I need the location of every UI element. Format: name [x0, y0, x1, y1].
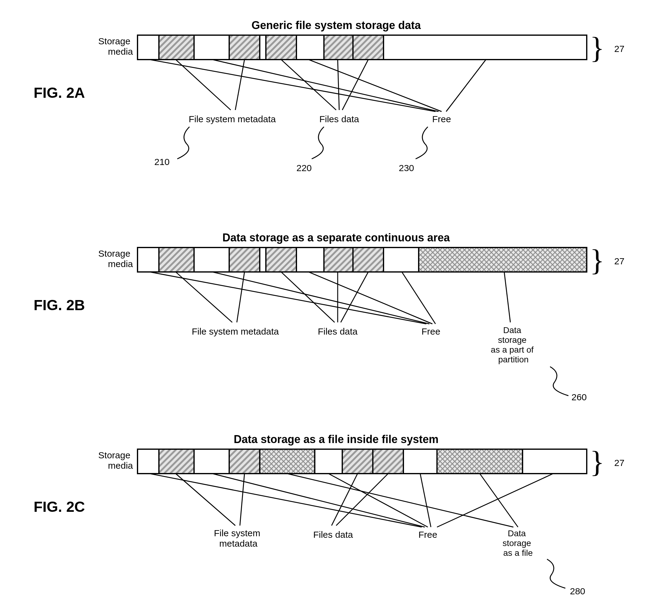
- fig-a-figlabel: FIG. 2A: [34, 85, 85, 101]
- svg-line-48: [329, 474, 428, 527]
- svg-rect-7: [324, 35, 353, 60]
- svg-line-47: [212, 474, 425, 527]
- fig-b-storage-label: Data storage as a part of partition: [491, 325, 536, 364]
- svg-line-42: [176, 474, 235, 526]
- fig-a-files-label: Files data: [319, 114, 359, 124]
- fig-a-squiggle-230: [416, 127, 428, 159]
- fig-c-squiggle-280: [547, 559, 565, 588]
- fig-b-ref-27: 27: [614, 256, 624, 266]
- svg-rect-6: [266, 35, 296, 60]
- fig-a-brace: }: [590, 31, 604, 65]
- svg-rect-21: [266, 247, 296, 272]
- fig-a-free-label: Free: [432, 114, 451, 124]
- svg-rect-23: [353, 247, 384, 272]
- svg-rect-4: [159, 35, 194, 60]
- svg-line-12: [338, 60, 339, 110]
- fig-a-ref-27: 27: [614, 44, 624, 54]
- fig-c-ref-280: 280: [570, 586, 585, 596]
- svg-line-49: [420, 474, 431, 527]
- svg-line-17: [446, 60, 486, 112]
- svg-line-46: [150, 474, 422, 527]
- fig-b-files-label: Files data: [318, 326, 358, 336]
- svg-rect-36: [159, 449, 194, 474]
- fig-a-squiggle-220: [312, 127, 324, 159]
- fig-a-ref-220: 220: [296, 163, 312, 173]
- fig-c-storage-media-label: Storage media: [98, 450, 133, 471]
- svg-line-52: [480, 474, 518, 527]
- svg-rect-8: [353, 35, 384, 60]
- fig-a-metadata-label: File system metadata: [189, 114, 276, 124]
- svg-line-30: [150, 272, 426, 324]
- fig-2c: Data storage as a file inside file syste…: [34, 433, 624, 596]
- svg-line-33: [402, 272, 435, 324]
- svg-rect-37: [229, 449, 260, 474]
- svg-line-16: [309, 60, 442, 112]
- svg-line-32: [309, 272, 432, 324]
- svg-line-25: [176, 272, 232, 322]
- fig-b-free-label: Free: [421, 326, 440, 336]
- svg-line-10: [235, 60, 244, 110]
- fig-c-brace: }: [590, 445, 604, 479]
- svg-rect-20: [229, 247, 260, 272]
- svg-line-29: [341, 272, 368, 322]
- fig-b-figlabel: FIG. 2B: [34, 297, 85, 313]
- fig-b-storage-bar: [138, 247, 587, 272]
- fig-b-brace: }: [590, 243, 604, 277]
- svg-line-34: [504, 272, 510, 322]
- fig-b-metadata-label: File system metadata: [192, 326, 279, 336]
- svg-rect-39: [342, 449, 373, 474]
- svg-line-14: [150, 60, 435, 112]
- svg-line-9: [176, 60, 231, 110]
- fig-2b: Data storage as a separate continuous ar…: [34, 231, 624, 402]
- fig-c-figlabel: FIG. 2C: [34, 499, 85, 515]
- fig-b-title: Data storage as a separate continuous ar…: [222, 231, 450, 244]
- svg-rect-22: [324, 247, 353, 272]
- svg-rect-40: [373, 449, 403, 474]
- fig-c-storage-bar: [138, 449, 587, 474]
- fig-a-ref-230: 230: [399, 163, 414, 173]
- fig-a-ref-210: 210: [154, 157, 170, 167]
- svg-rect-19: [159, 247, 194, 272]
- fig-b-storage-media-label: Storage media: [98, 248, 133, 269]
- fig-c-ref-27: 27: [614, 458, 624, 468]
- fig-c-metadata-label: File system metadata: [214, 528, 263, 548]
- svg-rect-38: [260, 449, 315, 474]
- fig-a-title: Generic file system storage data: [252, 19, 421, 31]
- svg-line-15: [212, 60, 439, 112]
- fig-a-storage-bar: [138, 35, 587, 60]
- svg-line-13: [342, 60, 368, 110]
- fig-c-title: Data storage as a file inside file syste…: [234, 433, 439, 445]
- fig-2a: Generic file system storage data Storage…: [34, 19, 624, 173]
- fig-c-files-label: Files data: [313, 530, 353, 540]
- svg-rect-5: [229, 35, 260, 60]
- fig-a-storage-media-label: Storage media: [98, 36, 133, 57]
- svg-line-50: [437, 474, 553, 527]
- svg-line-31: [212, 272, 429, 324]
- svg-rect-41: [437, 449, 523, 474]
- svg-rect-24: [419, 247, 587, 272]
- fig-c-storage-label: Data storage as a file: [502, 529, 533, 558]
- fig-b-ref-260: 260: [571, 392, 587, 402]
- fig-c-free-label: Free: [418, 530, 437, 540]
- diagram: Generic file system storage data Storage…: [0, 0, 672, 616]
- fig-a-squiggle-210: [177, 127, 189, 159]
- svg-line-51: [287, 474, 513, 527]
- fig-b-squiggle-260: [550, 367, 568, 396]
